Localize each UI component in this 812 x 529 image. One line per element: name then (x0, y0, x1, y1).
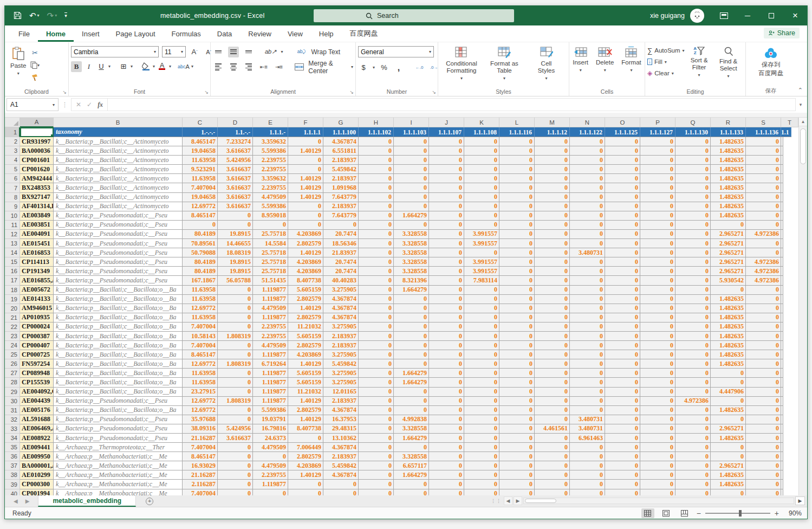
cell-value[interactable]: 4.367874 (323, 406, 359, 415)
cell-value[interactable]: 0 (640, 341, 675, 350)
cell-value[interactable]: 5.605159 (288, 332, 323, 341)
cell-value[interactable]: 38.09316 (183, 424, 218, 434)
cell-value[interactable]: 12.69772 (183, 406, 218, 415)
cell-taxonomy[interactable]: k__Bacteria;p__Bacillati;c__Actinomyceto (54, 146, 183, 156)
cell-value[interactable]: 4.479509 (253, 443, 288, 452)
alignment-dialog-launcher-icon[interactable]: ↘ (349, 89, 354, 95)
cell-value[interactable] (781, 267, 783, 276)
cell-value[interactable]: 2.239755 (253, 470, 288, 480)
cell-value[interactable]: 29.48315 (323, 424, 359, 434)
cell-value[interactable]: 5.424956 (218, 424, 253, 434)
cell-value[interactable]: 0 (640, 332, 675, 341)
fill-handle[interactable] (50, 134, 53, 137)
cell-value[interactable]: 0 (359, 480, 394, 489)
cell-value[interactable]: 0 (218, 406, 253, 415)
cell-value[interactable]: 0 (359, 156, 394, 165)
cell-value[interactable]: 0 (359, 489, 394, 495)
row-header-9[interactable]: 9 (5, 202, 20, 211)
cell-value[interactable]: 0 (746, 193, 781, 202)
cell-value[interactable] (781, 322, 783, 332)
cell-value[interactable]: 3.991557 (464, 230, 499, 239)
cell-value[interactable]: 3.616637 (218, 193, 253, 202)
cell-value[interactable]: 0 (605, 276, 640, 285)
cell-value[interactable]: 0 (535, 350, 570, 359)
cell-value[interactable]: 4.972386 (746, 276, 781, 285)
cell-value[interactable]: 0 (570, 322, 605, 332)
cell-value[interactable]: 4.367874 (323, 304, 359, 313)
collapse-ribbon-icon[interactable]: ⌃ (798, 87, 803, 94)
cell-accession[interactable]: CP001620 (20, 165, 54, 174)
cut-icon[interactable]: ✂ (29, 47, 40, 58)
cell-value[interactable] (781, 359, 783, 369)
cell-taxonomy[interactable]: k__Bacteria;p__Pseudomonadati;c__Pseu (54, 415, 183, 424)
row-header-23[interactable]: 23 (5, 332, 20, 341)
cell-accession[interactable]: CP114113 (20, 257, 54, 267)
cell-value[interactable]: 0 (605, 359, 640, 369)
row-header-38[interactable]: 38 (5, 470, 20, 480)
row-header-17[interactable]: 17 (5, 276, 20, 285)
cell-value[interactable]: 23.27915 (183, 388, 218, 397)
cell-value[interactable] (781, 156, 783, 165)
save-to-baidu-button[interactable]: 保存到 百度网盘 (755, 44, 787, 79)
cell-value[interactable]: 1.40129 (288, 304, 323, 313)
cell-value[interactable]: 24.6373 (253, 434, 288, 443)
cell-value[interactable]: 0 (570, 165, 605, 174)
cell-value[interactable]: 0 (605, 295, 640, 304)
cell-value[interactable]: 0 (499, 286, 535, 295)
cell-ec-header[interactable]: 1.1.1.133 (711, 127, 746, 137)
column-header-R[interactable]: R (711, 118, 746, 127)
cell-value[interactable]: 8.465147 (183, 211, 218, 221)
cell-value[interactable]: 0 (499, 165, 535, 174)
cell-value[interactable]: 0 (675, 489, 711, 495)
cell-value[interactable]: 0 (535, 388, 570, 397)
cell-value[interactable] (781, 276, 783, 285)
cell-value[interactable]: 1.482635 (711, 406, 746, 415)
cell-value[interactable]: 1.091968 (323, 183, 359, 192)
cell-value[interactable]: 0 (499, 295, 535, 304)
cell-value[interactable]: 5.605159 (288, 378, 323, 387)
cell-value[interactable]: 0 (218, 341, 253, 350)
cell-value[interactable]: 7.983114 (464, 276, 499, 285)
cell-value[interactable]: 11.63958 (183, 286, 218, 295)
cell-value[interactable]: 3.328558 (394, 248, 429, 257)
cell-value[interactable]: 0 (394, 388, 429, 397)
cell-value[interactable]: 0 (429, 388, 464, 397)
cell-value[interactable]: 0 (429, 286, 464, 295)
page-layout-view-icon[interactable] (660, 508, 673, 518)
format-cells-button[interactable]: Format▾ (618, 44, 644, 75)
cell-value[interactable]: 40.40283 (323, 276, 359, 285)
cell-value[interactable]: 0 (640, 350, 675, 359)
wrap-text-icon[interactable]: ab⤸ (296, 47, 307, 57)
row-header-14[interactable]: 14 (5, 248, 20, 257)
cell-value[interactable]: 3.275905 (323, 286, 359, 295)
cell-value[interactable]: 0 (535, 452, 570, 461)
row-header-5[interactable]: 5 (5, 165, 20, 174)
cell-value[interactable]: 0 (570, 276, 605, 285)
cell-value[interactable]: 0 (359, 239, 394, 248)
cell-value[interactable]: 1.482635 (711, 304, 746, 313)
cell-value[interactable]: 0 (570, 443, 605, 452)
cell-value[interactable]: 9.523291 (183, 165, 218, 174)
cell-value[interactable]: 0 (288, 137, 323, 146)
cell-value[interactable] (781, 415, 783, 424)
zoom-slider[interactable] (705, 513, 770, 514)
cell-value[interactable]: 5.424956 (218, 156, 253, 165)
cell-value[interactable]: 3.328558 (394, 257, 429, 267)
cell-value[interactable]: 0 (675, 146, 711, 156)
font-color-icon[interactable]: A (157, 61, 167, 72)
cell-accession[interactable]: AE004092,C (20, 388, 54, 397)
row-header-16[interactable]: 16 (5, 267, 20, 276)
cell-value[interactable]: 3.328558 (394, 230, 429, 239)
cell-value[interactable]: 0 (711, 221, 746, 230)
row-header-1[interactable]: 1 (5, 127, 20, 137)
cell-value[interactable]: 0 (605, 202, 640, 211)
cell-value[interactable]: 0 (746, 332, 781, 341)
cell-value[interactable]: 0 (675, 350, 711, 359)
cell-value[interactable]: 0 (394, 359, 429, 369)
cell-value[interactable]: 0 (605, 257, 640, 267)
cell-value[interactable]: 0 (218, 304, 253, 313)
cell-value[interactable]: 0 (675, 415, 711, 424)
cell-value[interactable]: 0 (640, 174, 675, 183)
cell-value[interactable]: 0 (640, 276, 675, 285)
cell-value[interactable]: 0 (675, 183, 711, 192)
